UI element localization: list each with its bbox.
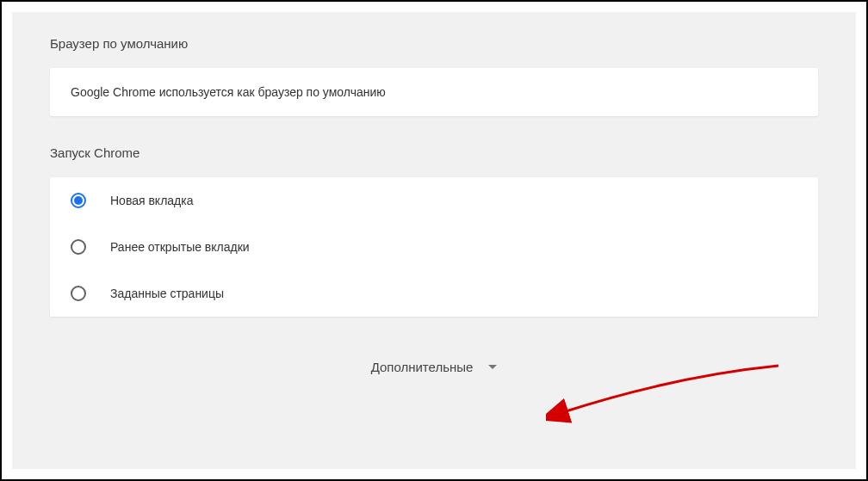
on-startup-heading: Запуск Chrome	[50, 145, 818, 160]
on-startup-card: Новая вкладка Ранее открытые вкладки Зад…	[50, 177, 818, 317]
window-frame: Браузер по умолчанию Google Chrome испол…	[0, 0, 868, 481]
radio-label: Заданные страницы	[110, 287, 224, 300]
default-browser-heading: Браузер по умолчанию	[50, 36, 818, 51]
settings-panel: Браузер по умолчанию Google Chrome испол…	[12, 12, 856, 469]
chevron-down-icon	[488, 365, 497, 369]
advanced-label: Дополнительные	[371, 360, 474, 374]
default-browser-status: Google Chrome используется как браузер п…	[50, 68, 818, 116]
startup-option-continue[interactable]: Ранее открытые вкладки	[50, 224, 818, 270]
startup-option-new-tab[interactable]: Новая вкладка	[50, 177, 818, 224]
radio-label: Новая вкладка	[110, 194, 194, 207]
startup-option-specific-pages[interactable]: Заданные страницы	[50, 270, 818, 317]
advanced-toggle[interactable]: Дополнительные	[50, 360, 818, 374]
radio-icon	[71, 286, 86, 301]
radio-icon	[71, 239, 86, 255]
radio-icon	[71, 193, 86, 208]
default-browser-card: Google Chrome используется как браузер п…	[50, 68, 818, 116]
radio-label: Ранее открытые вкладки	[110, 240, 250, 254]
